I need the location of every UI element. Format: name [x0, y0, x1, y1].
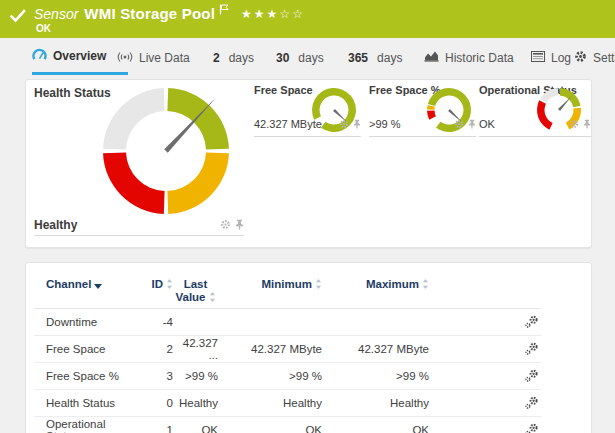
channel-maximum: 42.327 MByte	[322, 343, 429, 355]
tab-label: days	[377, 51, 402, 65]
pin-icon[interactable]	[583, 119, 591, 129]
health-status-gauge	[81, 74, 251, 232]
table-row: Free Space 2 42.327 ... 42.327 MByte 42.…	[34, 336, 541, 363]
sensor-status-badge: OK	[36, 23, 51, 34]
star-icon[interactable]: ☆	[279, 7, 292, 21]
prtg-sensor-page: Sensor WMI Storage Pool ★★★☆☆ OK Overvie…	[0, 0, 615, 433]
tab-label: Overview	[53, 49, 106, 63]
channel-last-value: Healthy	[173, 397, 218, 409]
table-row: Free Space % 3 >99 % >99 % >99 %	[34, 363, 541, 390]
free-space-pct-widget: Free Space % >99 %	[369, 82, 476, 137]
channel-maximum: Healthy	[322, 397, 429, 409]
table-row: Downtime -4	[34, 309, 541, 336]
tab-historic-data[interactable]: Historic Data	[424, 40, 514, 75]
tab-number: 30	[276, 51, 289, 65]
channel-minimum: OK	[218, 424, 322, 433]
channel-settings-gear-icon[interactable]	[569, 119, 579, 129]
pin-icon[interactable]	[353, 119, 361, 129]
sort-icon[interactable]	[422, 279, 429, 291]
object-kind-label: Sensor	[34, 6, 78, 22]
sort-icon[interactable]	[315, 279, 322, 291]
channel-edit-gears-icon[interactable]	[525, 396, 539, 409]
column-header-last-value[interactable]: Last Value	[173, 278, 218, 304]
column-header-label: Channel	[46, 278, 91, 290]
channel-table: Channel ID Last Value Minimum Maximum Do…	[34, 263, 541, 433]
sort-icon[interactable]	[166, 279, 173, 291]
pin-icon[interactable]	[468, 119, 476, 129]
health-status-value: Healthy	[34, 214, 220, 236]
pin-icon[interactable]	[235, 219, 244, 230]
dropdown-arrow-icon[interactable]	[94, 279, 102, 291]
column-header-label: Last Value	[175, 278, 207, 303]
area-chart-icon	[424, 50, 439, 65]
channel-settings-gear-icon[interactable]	[220, 219, 231, 230]
status-check-icon	[10, 9, 26, 27]
tab-overview[interactable]: Overview	[32, 40, 128, 75]
channel-minimum: >99 %	[218, 370, 322, 382]
tab-30-days[interactable]: 30 days	[276, 40, 324, 75]
tab-bar: Overview Live Data 2 days 30 days 365 da…	[0, 38, 615, 79]
sort-icon[interactable]	[209, 292, 216, 305]
column-header-channel[interactable]: Channel	[34, 278, 138, 290]
channel-name: Free Space	[34, 343, 138, 355]
channel-settings-gear-icon[interactable]	[454, 119, 464, 129]
channel-table-panel: Channel ID Last Value Minimum Maximum Do…	[25, 262, 592, 433]
channel-id: 3	[138, 370, 173, 382]
gear-icon	[574, 50, 587, 66]
channel-name: Downtime	[34, 316, 138, 328]
star-rating[interactable]: ★★★☆☆	[241, 7, 305, 21]
channel-id: 0	[138, 397, 173, 409]
column-header-label: Minimum	[262, 278, 312, 290]
column-header-maximum[interactable]: Maximum	[322, 278, 429, 290]
column-header-minimum[interactable]: Minimum	[218, 278, 322, 290]
tab-settings[interactable]: Settings	[574, 40, 615, 75]
tab-label: days	[229, 51, 254, 65]
table-row: Operational Status 1 OK OK OK	[34, 417, 541, 433]
tab-number: 365	[348, 51, 368, 65]
free-space-pct-value: >99 %	[369, 118, 454, 130]
channel-name: Health Status	[34, 397, 138, 409]
column-header-label: ID	[152, 278, 164, 290]
operational-status-widget: Operational Status OK	[479, 82, 591, 137]
star-icon[interactable]: ★	[241, 7, 254, 21]
tab-2-days[interactable]: 2 days	[213, 40, 254, 75]
tab-live-data[interactable]: Live Data	[117, 40, 190, 75]
tab-number: 2	[213, 51, 220, 65]
channel-maximum: >99 %	[322, 370, 429, 382]
channel-id: 1	[138, 424, 173, 433]
table-header-row: Channel ID Last Value Minimum Maximum	[34, 263, 541, 309]
log-icon	[531, 51, 545, 65]
channel-edit-gears-icon[interactable]	[525, 342, 539, 355]
health-status-widget: Health Status Healthy	[26, 80, 248, 249]
channel-edit-gears-icon[interactable]	[525, 315, 539, 328]
channel-settings-gear-icon[interactable]	[339, 119, 349, 129]
tab-label: days	[298, 51, 323, 65]
channel-minimum: 42.327 MByte	[218, 343, 322, 355]
channel-name: Operational Status	[34, 418, 138, 433]
star-icon[interactable]: ☆	[292, 7, 305, 21]
channel-id: -4	[138, 316, 173, 328]
tab-label: Log	[551, 51, 571, 65]
free-space-widget: Free Space 42.327 MByte	[254, 82, 361, 137]
channel-minimum: Healthy	[218, 397, 322, 409]
channel-last-value: OK	[173, 424, 218, 433]
channel-last-value: 42.327 ...	[173, 337, 218, 361]
channel-name: Free Space %	[34, 370, 138, 382]
overview-gauges-panel: Health Status Healthy Free Space 42.327 …	[25, 79, 592, 248]
tab-label: Settings	[593, 51, 615, 65]
tab-label: Historic Data	[445, 51, 514, 65]
channel-edit-gears-icon[interactable]	[525, 369, 539, 382]
channel-edit-gears-icon[interactable]	[525, 423, 539, 433]
star-icon[interactable]: ★	[267, 7, 280, 21]
broadcast-icon	[117, 50, 133, 65]
channel-maximum: OK	[322, 424, 429, 433]
channel-id: 2	[138, 343, 173, 355]
column-header-label: Maximum	[366, 278, 419, 290]
widget-title: Free Space	[254, 84, 313, 96]
tab-365-days[interactable]: 365 days	[348, 40, 402, 75]
column-header-id[interactable]: ID	[138, 278, 173, 290]
priority-flag-icon[interactable]	[219, 1, 229, 19]
star-icon[interactable]: ★	[254, 7, 267, 21]
tab-log[interactable]: Log	[531, 40, 571, 75]
table-row: Health Status 0 Healthy Healthy Healthy	[34, 390, 541, 417]
